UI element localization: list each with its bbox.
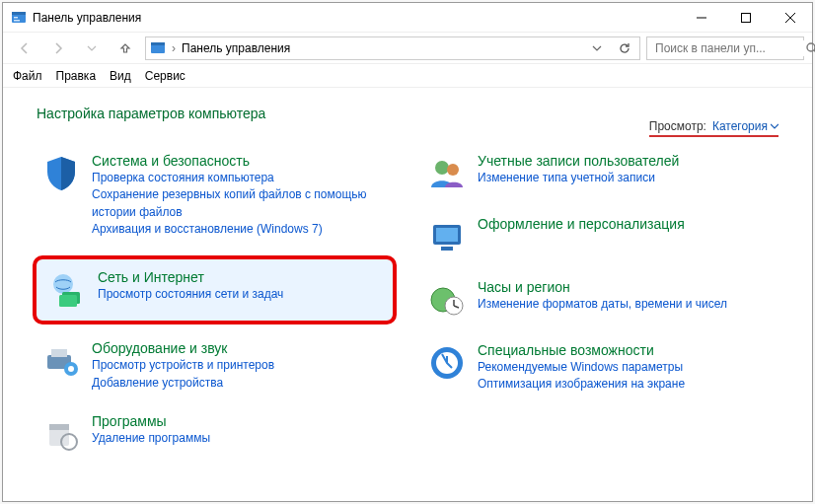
category-title[interactable]: Система и безопасность [92, 153, 250, 169]
window-title: Панель управления [33, 11, 141, 25]
category-ease-of-access: Специальные возможности Рекомендуемые Wi… [422, 338, 778, 397]
svg-rect-1 [12, 12, 26, 15]
svg-rect-26 [441, 247, 453, 251]
chevron-right-icon: › [172, 41, 176, 55]
svg-rect-5 [741, 13, 750, 22]
svg-point-12 [53, 274, 73, 294]
menu-view[interactable]: Вид [110, 69, 131, 83]
history-dropdown[interactable] [78, 35, 106, 62]
accessibility-icon [426, 342, 468, 384]
category-title[interactable]: Специальные возможности [478, 342, 654, 358]
chevron-down-icon [771, 122, 778, 130]
printer-icon [40, 340, 82, 382]
close-button[interactable] [768, 3, 812, 33]
search-box[interactable] [646, 36, 804, 60]
address-dropdown[interactable] [586, 43, 608, 53]
category-title[interactable]: Учетные записи пользователей [478, 153, 679, 169]
svg-rect-2 [14, 17, 18, 19]
globe-icon [46, 269, 88, 311]
category-title[interactable]: Часы и регион [478, 279, 570, 295]
category-link[interactable]: Проверка состояния компьютера [92, 170, 389, 186]
forward-button[interactable] [44, 35, 72, 62]
category-programs: Программы Удаление программы [37, 409, 393, 459]
svg-point-22 [435, 161, 449, 175]
maximize-button[interactable] [723, 3, 768, 33]
category-link[interactable]: Изменение типа учетной записи [478, 170, 775, 186]
shield-icon [40, 153, 82, 194]
users-icon [426, 153, 468, 194]
view-selector: Просмотр: Категория [649, 119, 778, 137]
category-network-internet[interactable]: Сеть и Интернет Просмотр состояния сети … [42, 265, 387, 315]
address-bar[interactable]: › Панель управления [145, 36, 640, 60]
category-title[interactable]: Оформление и персонализация [478, 216, 685, 232]
category-system-security: Система и безопасность Проверка состояни… [37, 149, 393, 242]
back-button[interactable] [11, 35, 38, 62]
highlight-annotation: Сеть и Интернет Просмотр состояния сети … [33, 255, 397, 324]
search-icon [805, 41, 815, 55]
right-column: Учетные записи пользователей Изменение т… [422, 149, 778, 472]
svg-rect-16 [51, 349, 67, 357]
view-dropdown[interactable]: Категория [712, 119, 778, 133]
view-label: Просмотр: [649, 119, 706, 133]
content-area: Настройка параметров компьютера Просмотр… [3, 88, 812, 501]
monitor-icon [426, 216, 468, 257]
category-link[interactable]: Просмотр устройств и принтеров [92, 357, 389, 374]
address-text: Панель управления [182, 41, 290, 55]
svg-point-10 [807, 43, 815, 51]
category-link[interactable]: Удаление программы [92, 430, 389, 447]
category-hardware-sound: Оборудование и звук Просмотр устройств и… [37, 336, 393, 396]
category-link[interactable]: Изменение форматов даты, времени и чисел [478, 296, 775, 313]
address-icon [150, 40, 166, 56]
category-link[interactable]: Просмотр состояния сети и задач [98, 286, 383, 303]
svg-point-18 [68, 366, 74, 372]
control-panel-window: Панель управления › Панель управления Фа… [2, 2, 813, 502]
svg-point-23 [447, 164, 459, 176]
address-row: › Панель управления [3, 33, 812, 64]
category-link[interactable]: Сохранение резервных копий файлов с помо… [92, 186, 389, 221]
programs-icon [40, 413, 82, 455]
up-button[interactable] [111, 35, 139, 62]
menu-tools[interactable]: Сервис [145, 69, 185, 83]
category-title[interactable]: Сеть и Интернет [98, 269, 204, 285]
view-value: Категория [712, 119, 768, 133]
svg-rect-9 [151, 42, 165, 45]
svg-rect-14 [59, 295, 77, 307]
svg-rect-3 [14, 20, 20, 22]
menubar: Файл Правка Вид Сервис [3, 64, 812, 88]
category-user-accounts: Учетные записи пользователей Изменение т… [422, 149, 778, 198]
clock-globe-icon [426, 279, 468, 321]
minimize-button[interactable] [679, 3, 723, 33]
menu-edit[interactable]: Правка [56, 69, 97, 83]
search-input[interactable] [653, 40, 805, 56]
menu-file[interactable]: Файл [13, 69, 42, 83]
category-link[interactable]: Оптимизация изображения на экране [478, 376, 775, 393]
titlebar: Панель управления [3, 3, 812, 33]
category-clock-region: Часы и регион Изменение форматов даты, в… [422, 275, 778, 324]
category-title[interactable]: Программы [92, 413, 167, 429]
category-link[interactable]: Архивация и восстановление (Windows 7) [92, 221, 389, 238]
app-icon [11, 10, 27, 26]
category-title[interactable]: Оборудование и звук [92, 340, 228, 356]
left-column: Система и безопасность Проверка состояни… [37, 149, 393, 472]
category-link[interactable]: Рекомендуемые Windows параметры [478, 359, 775, 376]
svg-rect-25 [436, 228, 458, 242]
category-appearance: Оформление и персонализация [422, 212, 778, 261]
category-link[interactable]: Добавление устройства [92, 375, 389, 392]
refresh-button[interactable] [614, 41, 635, 55]
svg-rect-20 [49, 424, 69, 430]
